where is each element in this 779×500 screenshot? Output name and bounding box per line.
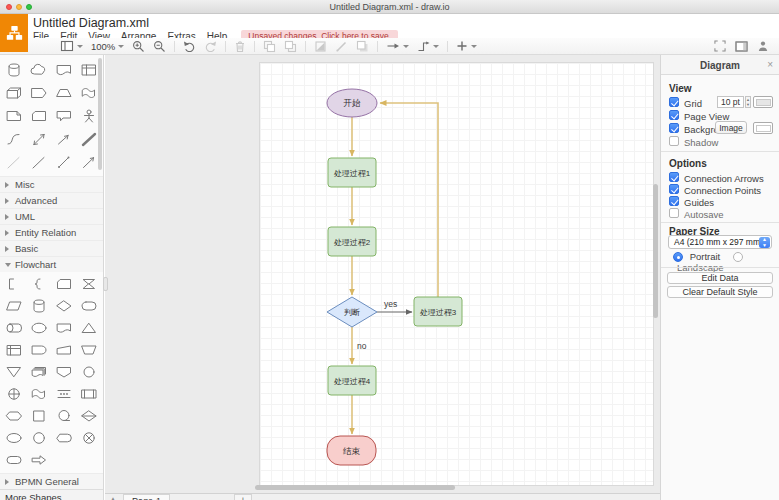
shape-manual-input[interactable] [51, 339, 76, 361]
grid-size-input[interactable]: 10 pt [717, 96, 744, 108]
sidebar-section-bpmn-general[interactable]: BPMN General [0, 473, 103, 489]
shape-directional-arrow[interactable] [76, 150, 101, 173]
line-color-button[interactable] [335, 39, 348, 54]
grid-checkbox[interactable] [669, 97, 679, 107]
guides-checkbox[interactable] [669, 196, 679, 206]
shape-note[interactable] [1, 104, 26, 127]
zoom-out-button[interactable] [153, 39, 166, 54]
shape-database[interactable] [26, 295, 51, 317]
shape-internal-storage[interactable] [1, 339, 26, 361]
landscape-radio[interactable] [733, 252, 743, 262]
shape-line[interactable] [26, 150, 51, 173]
shape-curve[interactable] [1, 127, 26, 150]
shape-delay[interactable] [26, 339, 51, 361]
shape-punched-tape[interactable] [26, 383, 51, 405]
canvas-vertical-scrollbar[interactable] [653, 184, 658, 318]
shape-terminator[interactable] [76, 295, 101, 317]
shape-connector[interactable] [76, 361, 101, 383]
more-shapes-button[interactable]: More Shapes... [0, 489, 103, 500]
shape-cube[interactable] [1, 81, 26, 104]
shape-parallelogram[interactable] [1, 295, 26, 317]
zoom-in-button[interactable] [132, 39, 145, 54]
autosave-checkbox[interactable] [669, 208, 679, 218]
shape-extract[interactable] [76, 317, 101, 339]
sidebar-collapse-handle[interactable] [103, 277, 108, 291]
shape-multi-document[interactable] [26, 361, 51, 383]
delete-button[interactable] [234, 39, 246, 54]
shape-internal-storage[interactable] [76, 58, 101, 81]
shape-manual-operation[interactable] [76, 339, 101, 361]
background-image-button[interactable]: Image [715, 121, 747, 134]
redo-button[interactable] [204, 39, 217, 54]
page-tab[interactable]: Page-1 [123, 494, 170, 500]
shape-dashed-line[interactable] [1, 150, 26, 173]
shape-arrow-right[interactable] [26, 449, 51, 471]
edit-data-button[interactable]: Edit Data [667, 272, 773, 284]
diagram-canvas[interactable]: yes no 开始 处理过程1 处理过程2 判断 处理过程3 处理过程4 [105, 55, 660, 493]
shape-document[interactable] [51, 58, 76, 81]
grid-color-swatch[interactable] [753, 96, 773, 108]
shadow-button[interactable] [356, 39, 369, 54]
to-back-button[interactable] [284, 39, 297, 54]
shape-ellipse[interactable] [26, 317, 51, 339]
shape-tape[interactable] [76, 81, 101, 104]
shape-off-page-connector[interactable] [51, 361, 76, 383]
fill-color-button[interactable] [314, 39, 327, 54]
shape-step[interactable] [26, 81, 51, 104]
shape-preparation[interactable] [1, 405, 26, 427]
shape-bidirectional-arrow[interactable] [26, 127, 51, 150]
paper-size-select[interactable]: A4 (210 mm x 297 mm) ▲▼ [668, 235, 772, 249]
zoom-level-dropdown[interactable]: 100% [91, 39, 124, 54]
shape-arrow[interactable] [51, 127, 76, 150]
insert-dropdown[interactable] [456, 39, 477, 54]
shape-or[interactable] [1, 383, 26, 405]
sidebar-section-uml[interactable]: UML [0, 208, 103, 224]
shape-sort[interactable] [76, 405, 101, 427]
undo-button[interactable] [183, 39, 196, 54]
shape-display[interactable] [51, 427, 76, 449]
to-front-button[interactable] [263, 39, 276, 54]
shape-bracket[interactable] [1, 273, 26, 295]
shape-terminator-stadium[interactable] [1, 449, 26, 471]
shape-thick-line[interactable] [76, 127, 101, 150]
sidebar-section-flowchart[interactable]: Flowchart [0, 256, 103, 272]
drawing-page[interactable] [259, 62, 654, 486]
shape-stored-data[interactable] [1, 427, 26, 449]
shape-sequential-access[interactable] [51, 405, 76, 427]
pages-icon[interactable]: ▲ [109, 495, 117, 500]
background-color-swatch[interactable] [753, 122, 773, 134]
shape-direct-access[interactable] [1, 317, 26, 339]
shape-process[interactable] [26, 405, 51, 427]
sidebar-section-basic[interactable]: Basic [0, 240, 103, 256]
shape-merge[interactable] [1, 361, 26, 383]
shape-summing-junction[interactable] [76, 427, 101, 449]
shape-card[interactable] [26, 104, 51, 127]
page-view-button[interactable] [60, 39, 83, 54]
shadow-checkbox[interactable] [669, 136, 679, 146]
shape-brace[interactable] [26, 273, 51, 295]
sidebar-section-misc[interactable]: Misc [0, 176, 103, 192]
fullscreen-icon[interactable] [714, 40, 726, 52]
portrait-radio[interactable] [673, 252, 683, 262]
shape-cylinder[interactable] [1, 58, 26, 81]
shape-dotted-link[interactable] [51, 150, 76, 173]
grid-size-stepper[interactable]: ▲▼ [745, 96, 751, 108]
shape-cloud[interactable] [26, 58, 51, 81]
waypoint-style-dropdown[interactable] [417, 39, 439, 54]
tab-diagram[interactable]: Diagram [661, 60, 779, 71]
sidebar-section-advanced[interactable]: Advanced [0, 192, 103, 208]
format-panel-icon[interactable] [735, 41, 748, 52]
sidebar-section-entity-relation[interactable]: Entity Relation [0, 224, 103, 240]
arrow-style-dropdown[interactable] [386, 39, 409, 54]
connection-points-checkbox[interactable] [669, 184, 679, 194]
shape-decision[interactable] [51, 295, 76, 317]
clear-default-style-button[interactable]: Clear Default Style [667, 286, 773, 298]
add-page-button[interactable]: + [234, 494, 252, 500]
shape-circle[interactable] [26, 427, 51, 449]
shape-parallel-mode[interactable] [51, 383, 76, 405]
connection-arrows-checkbox[interactable] [669, 172, 679, 182]
close-icon[interactable]: × [767, 59, 773, 70]
shape-collate[interactable] [76, 273, 101, 295]
shape-card[interactable] [51, 273, 76, 295]
shape-predefined-process[interactable] [76, 383, 101, 405]
